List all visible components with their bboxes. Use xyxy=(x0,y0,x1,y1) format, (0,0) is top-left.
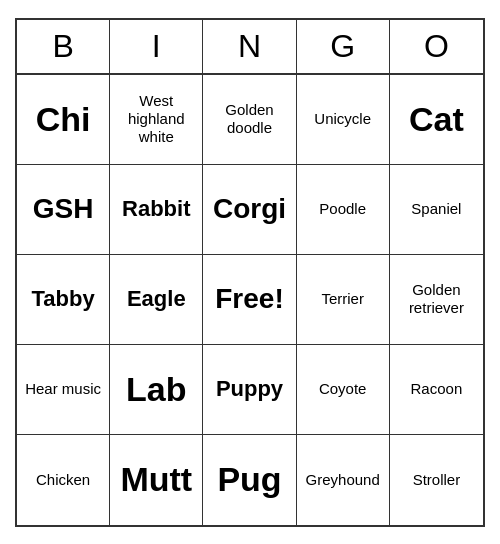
bingo-cell: West highland white xyxy=(110,75,203,165)
header-letter: I xyxy=(110,20,203,73)
bingo-cell: Golden doodle xyxy=(203,75,296,165)
bingo-cell: Corgi xyxy=(203,165,296,255)
bingo-cell: Golden retriever xyxy=(390,255,483,345)
header-letter: N xyxy=(203,20,296,73)
bingo-cell: Lab xyxy=(110,345,203,435)
bingo-cell: Cat xyxy=(390,75,483,165)
header-letter: O xyxy=(390,20,483,73)
bingo-cell: Poodle xyxy=(297,165,390,255)
bingo-cell: Terrier xyxy=(297,255,390,345)
bingo-cell: Hear music xyxy=(17,345,110,435)
bingo-cell: Pug xyxy=(203,435,296,525)
bingo-cell: Spaniel xyxy=(390,165,483,255)
bingo-header: BINGO xyxy=(17,20,483,75)
header-letter: B xyxy=(17,20,110,73)
bingo-cell: Eagle xyxy=(110,255,203,345)
bingo-card: BINGO ChiWest highland whiteGolden doodl… xyxy=(15,18,485,527)
bingo-cell: Stroller xyxy=(390,435,483,525)
bingo-cell: GSH xyxy=(17,165,110,255)
bingo-cell: Chicken xyxy=(17,435,110,525)
bingo-cell: Rabbit xyxy=(110,165,203,255)
bingo-cell: Puppy xyxy=(203,345,296,435)
bingo-cell: Unicycle xyxy=(297,75,390,165)
bingo-grid: ChiWest highland whiteGolden doodleUnicy… xyxy=(17,75,483,525)
bingo-cell: Tabby xyxy=(17,255,110,345)
bingo-cell: Racoon xyxy=(390,345,483,435)
bingo-cell: Mutt xyxy=(110,435,203,525)
bingo-cell: Chi xyxy=(17,75,110,165)
header-letter: G xyxy=(297,20,390,73)
bingo-cell: Greyhound xyxy=(297,435,390,525)
bingo-cell: Free! xyxy=(203,255,296,345)
bingo-cell: Coyote xyxy=(297,345,390,435)
